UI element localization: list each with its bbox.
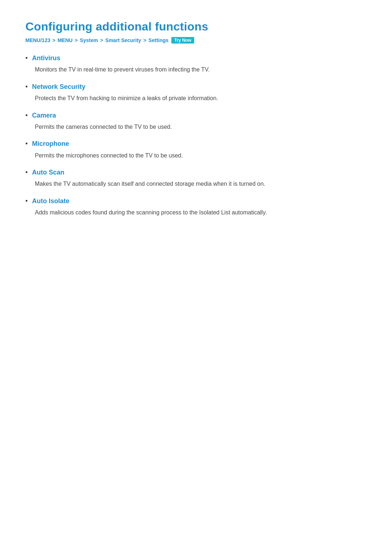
list-item: •Auto IsolateAdds malicious codes found … (25, 197, 367, 217)
breadcrumb-item-smart-security[interactable]: Smart Security (105, 37, 141, 43)
feature-name-microphone[interactable]: Microphone (32, 139, 69, 148)
list-item: •Auto ScanMakes the TV automatically sca… (25, 168, 367, 189)
feature-name-auto-scan[interactable]: Auto Scan (32, 168, 64, 177)
feature-name-camera[interactable]: Camera (32, 111, 56, 120)
list-item: •AntivirusMonitors the TV in real-time t… (25, 54, 367, 74)
list-item: •Network SecurityProtects the TV from ha… (25, 82, 367, 103)
bullet-icon: • (25, 197, 28, 206)
list-item: •MicrophonePermits the microphones conne… (25, 139, 367, 160)
breadcrumb-separator-3: > (100, 37, 103, 43)
feature-name-antivirus[interactable]: Antivirus (32, 54, 60, 63)
feature-name-auto-isolate[interactable]: Auto Isolate (32, 197, 69, 206)
bullet-icon: • (25, 54, 28, 63)
breadcrumb-item-settings[interactable]: Settings (148, 37, 168, 43)
feature-description: Permits the microphones connected to the… (35, 151, 367, 160)
feature-description: Monitors the TV in real-time to prevent … (35, 65, 367, 74)
bullet-icon: • (25, 82, 28, 91)
feature-description: Makes the TV automatically scan itself a… (35, 179, 367, 189)
list-item: •CameraPermits the cameras connected to … (25, 111, 367, 132)
feature-description: Permits the cameras connected to the TV … (35, 122, 367, 132)
feature-description: Protects the TV from hacking to minimize… (35, 94, 367, 103)
feature-name-network-security[interactable]: Network Security (32, 82, 85, 91)
breadcrumb-item-menu[interactable]: MENU (58, 37, 73, 43)
breadcrumb-item-menu123[interactable]: MENU/123 (25, 37, 50, 43)
bullet-icon: • (25, 111, 28, 120)
breadcrumb-separator-4: > (143, 37, 146, 43)
try-now-badge[interactable]: Try Now (171, 37, 194, 44)
breadcrumb-item-system[interactable]: System (80, 37, 98, 43)
breadcrumb: MENU/123 > MENU > System > Smart Securit… (25, 37, 367, 44)
bullet-icon: • (25, 139, 28, 148)
feature-description: Adds malicious codes found during the sc… (35, 208, 367, 217)
page-title: Configuring additional functions (25, 20, 367, 33)
breadcrumb-separator-2: > (75, 37, 78, 43)
breadcrumb-separator-1: > (52, 37, 55, 43)
bullet-icon: • (25, 168, 28, 177)
feature-list: •AntivirusMonitors the TV in real-time t… (25, 54, 367, 217)
